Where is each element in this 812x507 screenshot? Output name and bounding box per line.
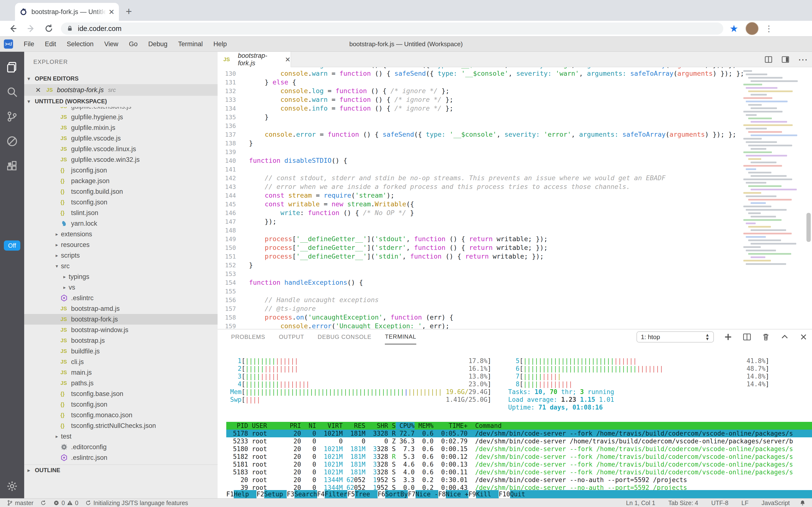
code-line-150[interactable]: 150 process['__defineGetter__']('stderr'…	[217, 243, 812, 252]
more-actions-icon[interactable]: ⋯	[798, 57, 808, 62]
avatar[interactable]	[746, 22, 759, 35]
code-line-138[interactable]: 138}	[217, 139, 812, 148]
new-tab-button[interactable]: +	[126, 5, 132, 17]
tree-file-main.js[interactable]: JSmain.js	[24, 367, 217, 378]
panel-tab-problems[interactable]: PROBLEMS	[231, 330, 265, 344]
fkey-label-F7[interactable]: Nice -	[416, 490, 438, 498]
status-eol[interactable]: LF	[741, 500, 748, 507]
code-line-146[interactable]: 146 write: function () { /* No OP */ }	[217, 209, 812, 217]
code-line-151[interactable]: 151 process['__defineGetter__']('stdin',…	[217, 252, 812, 261]
fkey-F4[interactable]: F4	[317, 490, 325, 498]
browser-tab[interactable]: bootstrap-fork.js — Untitled (W ✕	[15, 3, 119, 21]
status-language-mode[interactable]: JavaScript	[761, 500, 790, 507]
explorer-icon[interactable]	[6, 61, 18, 73]
tree-file-.eslintrc.json[interactable]: .eslintrc.json	[24, 452, 217, 463]
split-terminal-icon[interactable]	[742, 332, 752, 342]
fkey-F1[interactable]: F1	[226, 490, 234, 498]
close-icon[interactable]: ✕	[35, 86, 41, 94]
tree-file-tsconfig.monaco.json[interactable]: {}tsconfig.monaco.json	[24, 410, 217, 420]
tree-file-gulpfile.extensions.js[interactable]: JSgulpfile.extensions.js	[24, 107, 217, 112]
process-row-5182[interactable]: 5182 root 20 0 1021M 181M 3328 R 5.3 0.6…	[226, 453, 812, 460]
fkey-F2[interactable]: F2	[256, 490, 264, 498]
workspace-header[interactable]: ▾UNTITLED (WORKSPACE)	[24, 96, 217, 107]
menu-item-file[interactable]: File	[24, 40, 34, 48]
panel-tab-output[interactable]: OUTPUT	[279, 330, 304, 344]
code-line-152[interactable]: 152}	[217, 261, 812, 270]
status-encoding[interactable]: UTF-8	[711, 500, 728, 507]
bell-icon[interactable]	[799, 500, 806, 506]
process-row-5183[interactable]: 5183 root 20 0 1021M 181M 3328 S 4.0 0.6…	[226, 468, 812, 476]
fkey-label-F1[interactable]: Help	[234, 490, 256, 498]
code-line-132[interactable]: 132 console.log = function () { /* ignor…	[217, 87, 812, 95]
fkey-label-F9[interactable]: Kill	[476, 490, 499, 498]
tree-folder-extensions[interactable]: ▸extensions	[24, 229, 217, 239]
fkey-label-F3[interactable]: Search	[295, 490, 317, 498]
code-line-142[interactable]: 142 // const stdout, stderr and stdin be…	[217, 174, 812, 182]
tab-close-icon[interactable]: ✕	[109, 8, 115, 16]
search-icon[interactable]	[6, 86, 18, 98]
tree-file-.eslintrc[interactable]: .eslintrc	[24, 293, 217, 303]
menu-item-debug[interactable]: Debug	[148, 40, 168, 48]
tree-file-gulpfile.vscode.win32.js[interactable]: JSgulpfile.vscode.win32.js	[24, 154, 217, 165]
back-icon[interactable]	[8, 24, 18, 34]
process-row-5181[interactable]: 5181 root 20 0 1021M 181M 3328 S 4.6 0.6…	[226, 460, 812, 468]
problems-status[interactable]: 0 0	[53, 500, 78, 507]
refresh-icon[interactable]	[44, 24, 54, 34]
panel-tab-terminal[interactable]: TERMINAL	[385, 330, 416, 344]
menu-item-selection[interactable]: Selection	[67, 40, 93, 48]
menu-item-edit[interactable]: Edit	[45, 40, 56, 48]
tree-file-bootstrap-fork.js[interactable]: JSbootstrap-fork.js	[24, 314, 217, 325]
extensions-icon[interactable]	[6, 160, 18, 172]
process-row-5178[interactable]: 5178 root 20 0 1021M 181M 3328 R 72.7 0.…	[226, 430, 812, 437]
process-row-20[interactable]: 20 root 20 0 1344M 62052 1952 S 3.3 0.2 …	[226, 476, 812, 484]
menu-item-view[interactable]: View	[104, 40, 118, 48]
kill-terminal-trash-icon[interactable]	[761, 332, 770, 342]
code-line-145[interactable]: 145 const writable = new stream.Writable…	[217, 200, 812, 209]
tree-folder-vs[interactable]: ▸vs	[24, 282, 217, 293]
code-line-133[interactable]: 133 console.warn = function () { /* igno…	[217, 95, 812, 104]
tree-folder-test[interactable]: ▸test	[24, 431, 217, 442]
tree-file-bootstrap.js[interactable]: JSbootstrap.js	[24, 335, 217, 346]
toggle-layout-icon[interactable]	[781, 55, 790, 64]
git-branch-status[interactable]: master	[7, 500, 34, 507]
code-line-159[interactable]: 159 console.error('Uncaught Exception: '…	[217, 322, 812, 329]
code-line-141[interactable]: 141	[217, 165, 812, 174]
code-line-154[interactable]: 154function handleExceptions() {	[217, 278, 812, 287]
tree-file-package.json[interactable]: {}package.json	[24, 176, 217, 186]
tree-file-gulpfile.hygiene.js[interactable]: JSgulpfile.hygiene.js	[24, 112, 217, 122]
tree-file-gulpfile.vscode.linux.js[interactable]: JSgulpfile.vscode.linux.js	[24, 144, 217, 154]
tree-file-jsconfig.json[interactable]: {}jsconfig.json	[24, 165, 217, 176]
fkey-F8[interactable]: F8	[438, 490, 446, 498]
tree-file-tslint.json[interactable]: {}tslint.json	[24, 208, 217, 218]
code-editor[interactable]: 129 console.log = function () { safeSend…	[217, 67, 812, 329]
code-line-131[interactable]: 131 } else {	[217, 78, 812, 87]
fkey-F3[interactable]: F3	[287, 490, 294, 498]
fkey-label-F4[interactable]: Filter	[325, 490, 348, 498]
code-line-144[interactable]: 144 const stream = require('stream');	[217, 191, 812, 200]
fkey-F10[interactable]: F10	[499, 490, 510, 498]
code-line-136[interactable]: 136	[217, 121, 812, 130]
fkey-label-F5[interactable]: Tree	[355, 490, 378, 498]
tree-folder-src[interactable]: ▾src	[24, 261, 217, 271]
code-line-156[interactable]: 156 // Handle uncaught exceptions	[217, 296, 812, 304]
code-line-135[interactable]: 135 }	[217, 113, 812, 121]
tree-folder-resources[interactable]: ▸resources	[24, 239, 217, 250]
code-line-147[interactable]: 147 });	[217, 217, 812, 226]
code-line-149[interactable]: 149 process['__defineGetter__']('stdout'…	[217, 235, 812, 243]
split-editor-icon[interactable]	[764, 55, 773, 64]
code-line-130[interactable]: 130 console.warn = function () { safeSen…	[217, 69, 812, 78]
tree-file-yarn.lock[interactable]: yarn.lock	[24, 218, 217, 229]
url-bar[interactable]: ide.coder.com	[61, 22, 723, 35]
open-editors-header[interactable]: ▾OPEN EDITORS	[24, 73, 217, 84]
sync-status[interactable]	[40, 500, 46, 506]
outline-header[interactable]: ▸OUTLINE	[24, 464, 217, 475]
code-line-143[interactable]: 143 // error when we are inside a forked…	[217, 182, 812, 191]
panel-tab-debug-console[interactable]: DEBUG CONSOLE	[318, 330, 371, 344]
settings-gear-icon[interactable]	[6, 480, 18, 493]
status-cursor-position[interactable]: Ln 1, Col 1	[626, 500, 655, 507]
menu-item-help[interactable]: Help	[213, 40, 227, 48]
debug-disabled-icon[interactable]	[6, 135, 18, 148]
process-table-header[interactable]: PID USER PRI NI VIRT RES SHR S CPU% MEM%…	[226, 422, 812, 430]
source-control-icon[interactable]	[6, 110, 18, 123]
browser-menu-icon[interactable]: ⋮	[765, 24, 773, 34]
